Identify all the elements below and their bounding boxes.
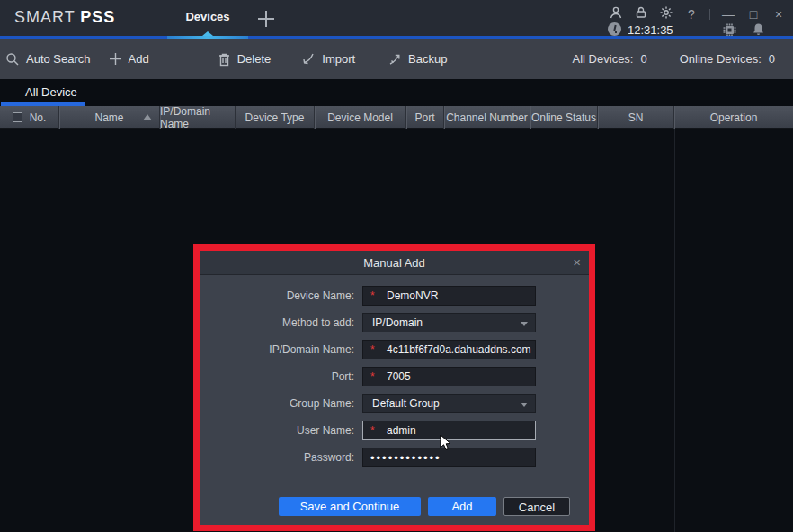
new-tab-button[interactable]	[257, 10, 275, 28]
delete-label: Delete	[237, 52, 272, 66]
online-devices-value: 0	[769, 52, 775, 66]
all-devices-label: All Devices:	[573, 52, 634, 66]
lock-icon[interactable]	[634, 5, 648, 23]
column-port-label: Port	[414, 111, 434, 124]
mouse-cursor	[440, 434, 456, 456]
column-device-model-label: Device Model	[327, 111, 393, 124]
column-channel-number-label: Channel Number	[446, 111, 528, 124]
column-operation-label: Operation	[710, 111, 758, 124]
group-name-row: Group Name: Default Group	[200, 394, 589, 413]
port-input[interactable]: * 7005	[362, 367, 536, 386]
select-all-checkbox[interactable]	[13, 112, 22, 122]
add-device-button[interactable]: Add	[109, 52, 149, 66]
maximize-icon[interactable]: □	[746, 7, 761, 22]
required-asterisk: *	[370, 289, 379, 302]
add-button[interactable]: Add	[428, 497, 496, 516]
auto-search-button[interactable]: Auto Search	[5, 52, 91, 66]
operation-column-divider	[674, 129, 675, 532]
group-name-select[interactable]: Default Group	[362, 394, 536, 413]
close-icon[interactable]: ×	[771, 7, 786, 22]
sort-ascending-icon[interactable]	[143, 114, 152, 120]
column-name-label: Name	[94, 111, 123, 124]
method-to-add-select[interactable]: IP/Domain	[362, 313, 536, 332]
column-port[interactable]: Port	[406, 106, 444, 129]
alarm-info-icon[interactable]	[608, 22, 621, 36]
trash-icon	[218, 52, 231, 66]
column-online-status[interactable]: Online Status	[530, 106, 598, 129]
column-ip-domain[interactable]: IP/Domain Name	[160, 106, 236, 129]
method-to-add-row: Method to add: IP/Domain	[200, 313, 589, 332]
column-no-label: No.	[30, 111, 47, 124]
column-sn-label: SN	[628, 111, 644, 124]
auto-search-label: Auto Search	[26, 52, 91, 66]
required-asterisk: *	[370, 343, 379, 356]
column-no[interactable]: No.	[0, 106, 59, 129]
device-table-header: No. Name IP/Domain Name Device Type Devi…	[0, 106, 793, 129]
column-ip-domain-label: IP/Domain Name	[160, 105, 235, 130]
import-label: Import	[322, 52, 355, 66]
manual-add-dialog: Manual Add × Device Name: * DemoNVR Meth…	[200, 251, 589, 525]
save-and-continue-button[interactable]: Save and Continue	[279, 497, 421, 516]
tab-devices[interactable]: Devices	[174, 10, 242, 23]
device-name-label: Device Name:	[200, 289, 354, 302]
backup-arrow-icon	[388, 52, 402, 66]
tab-all-device[interactable]: All Device	[25, 85, 77, 99]
app-logo: SMART PSS	[14, 8, 115, 27]
column-device-model[interactable]: Device Model	[315, 106, 406, 129]
window-controls-separator	[709, 9, 710, 20]
all-devices-value: 0	[640, 52, 646, 66]
chevron-down-icon	[521, 403, 528, 407]
add-label: Add	[129, 52, 149, 66]
search-icon	[5, 52, 20, 66]
toolbar: Auto Search Add Delete Import Backup All…	[0, 39, 793, 79]
help-icon[interactable]: ?	[684, 7, 699, 22]
ip-domain-label: IP/Domain Name:	[200, 343, 354, 356]
password-row: Password: ••••••••••••	[200, 448, 589, 467]
group-name-label: Group Name:	[200, 397, 354, 410]
method-to-add-label: Method to add:	[200, 316, 354, 329]
cancel-button[interactable]: Cancel	[503, 497, 570, 516]
column-online-status-label: Online Status	[531, 111, 596, 124]
import-arrow-icon	[301, 52, 316, 66]
dialog-buttons: Save and Continue Add Cancel	[200, 497, 589, 516]
active-tab-indicator-peak	[202, 31, 213, 36]
column-name[interactable]: Name	[59, 106, 160, 129]
port-row: Port: * 7005	[200, 367, 589, 386]
annotation-red-box: Manual Add × Device Name: * DemoNVR Meth…	[193, 244, 595, 531]
password-label: Password:	[200, 451, 354, 464]
online-devices-label: Online Devices:	[680, 52, 762, 66]
column-operation[interactable]: Operation	[674, 106, 793, 129]
ip-domain-input[interactable]: * 4c11bf6f7d0a.dahuaddns.com	[362, 340, 536, 359]
dialog-title: Manual Add	[200, 256, 589, 270]
column-device-type-label: Device Type	[245, 111, 305, 124]
column-sn[interactable]: SN	[598, 106, 674, 129]
device-name-input[interactable]: * DemoNVR	[362, 286, 536, 306]
dialog-close-icon[interactable]: ×	[573, 254, 581, 270]
clock-time: 12:31:35	[628, 23, 673, 37]
device-name-row: Device Name: * DemoNVR	[200, 286, 589, 306]
plus-icon	[109, 52, 122, 66]
import-button[interactable]: Import	[301, 52, 355, 66]
backup-label: Backup	[408, 52, 447, 66]
logo-smart: SMART	[14, 8, 80, 26]
backup-button[interactable]: Backup	[388, 52, 447, 66]
chevron-down-icon	[521, 322, 528, 326]
column-channel-number[interactable]: Channel Number	[444, 106, 530, 129]
column-device-type[interactable]: Device Type	[236, 106, 315, 129]
username-row: User Name: * admin	[200, 421, 589, 440]
delete-button[interactable]: Delete	[218, 52, 272, 66]
dialog-titlebar[interactable]: Manual Add ×	[200, 251, 589, 275]
required-asterisk: *	[370, 370, 379, 383]
username-label: User Name:	[200, 424, 354, 437]
device-tabstrip: All Device	[0, 79, 793, 106]
ip-domain-row: IP/Domain Name: * 4c11bf6f7d0a.dahuaddns…	[200, 340, 589, 359]
minimize-icon[interactable]: —	[721, 7, 735, 22]
port-label: Port:	[200, 370, 354, 383]
required-asterisk: *	[370, 424, 379, 437]
logo-pss: PSS	[80, 8, 115, 26]
all-devices-count: All Devices:0	[573, 52, 647, 66]
user-icon[interactable]	[609, 5, 623, 23]
settings-gear-icon[interactable]	[659, 5, 673, 23]
online-devices-count: Online Devices:0	[680, 52, 775, 66]
titlebar: SMART PSS Devices ? — □ × 12:31:35	[0, 0, 793, 39]
